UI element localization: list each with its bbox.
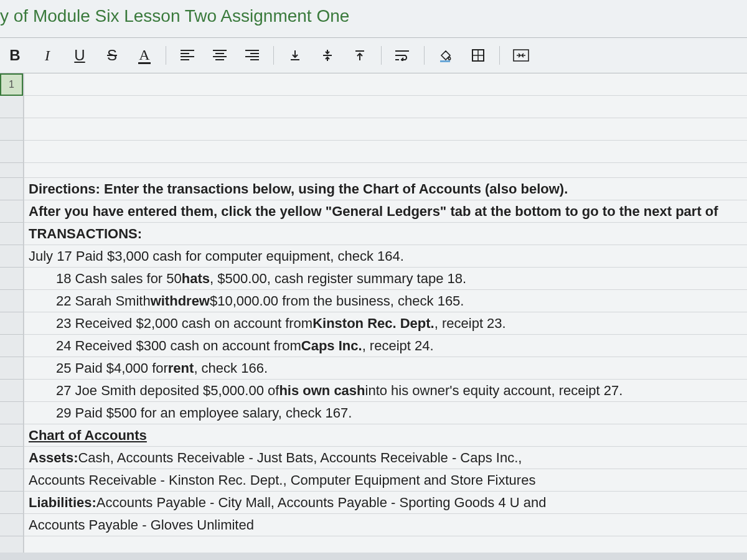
directions-line-2[interactable]: After you have entered them, click the y… <box>24 200 747 223</box>
toolbar-separator <box>424 46 425 65</box>
transaction-jul-17[interactable]: July 17 Paid $3,000 cash for computer eq… <box>24 245 747 268</box>
assets-line-1[interactable]: Assets: Cash, Accounts Receivable - Just… <box>24 447 747 469</box>
align-right-icon <box>245 50 259 61</box>
liabilities-line-1[interactable]: Liabilities: Accounts Payable - City Mal… <box>24 492 747 514</box>
row-header[interactable] <box>0 514 23 536</box>
cell[interactable] <box>24 96 747 118</box>
row-header[interactable] <box>0 312 23 335</box>
row-header[interactable] <box>0 290 23 312</box>
row-header[interactable] <box>0 447 23 469</box>
row-header[interactable] <box>0 118 23 141</box>
transaction-jul-29[interactable]: 29 Paid $500 for an employee salary, che… <box>24 402 747 424</box>
fill-color-button[interactable] <box>431 43 461 68</box>
valign-bottom-button[interactable] <box>280 43 310 68</box>
arrow-up-bar-icon <box>354 49 366 62</box>
align-left-icon <box>181 50 194 61</box>
liabilities-line-2[interactable]: Accounts Payable - Gloves Unlimited <box>24 514 747 536</box>
directions-line-1[interactable]: Directions: Enter the transactions below… <box>24 178 747 200</box>
cells-area[interactable]: Directions: Enter the transactions below… <box>24 73 747 553</box>
underline-button[interactable]: U <box>65 43 95 68</box>
merge-icon <box>513 49 529 62</box>
chart-of-accounts-header[interactable]: Chart of Accounts <box>24 424 747 447</box>
row-header[interactable] <box>0 268 23 290</box>
paint-bucket-icon <box>439 49 453 62</box>
row-header[interactable] <box>0 245 23 268</box>
borders-icon <box>471 49 485 62</box>
cell[interactable] <box>24 141 747 163</box>
transaction-jul-24[interactable]: 24 Received $300 cash on account from Ca… <box>24 335 747 357</box>
svg-rect-0 <box>440 60 450 62</box>
row-header[interactable] <box>0 223 23 245</box>
row-header-selected[interactable]: 1 <box>0 73 23 96</box>
row-header[interactable] <box>0 141 23 163</box>
spreadsheet-grid[interactable]: 1 Directions: Enter the transactions bel… <box>0 73 747 553</box>
wrap-text-icon <box>395 50 410 61</box>
align-right-button[interactable] <box>237 43 267 68</box>
strikethrough-button[interactable]: S <box>97 43 127 68</box>
toolbar-separator <box>499 46 500 65</box>
align-center-icon <box>213 50 227 61</box>
row-header[interactable] <box>0 492 23 514</box>
merge-cells-button[interactable] <box>506 43 536 68</box>
transactions-header[interactable]: TRANSACTIONS: <box>24 223 747 245</box>
borders-button[interactable] <box>463 43 493 68</box>
toolbar-separator <box>273 46 274 65</box>
toolbar-separator <box>166 46 166 65</box>
align-left-button[interactable] <box>172 43 202 68</box>
row-header[interactable] <box>0 424 23 447</box>
row-header[interactable] <box>0 96 23 118</box>
arrow-down-bar-icon <box>289 49 301 62</box>
row-header[interactable] <box>0 335 23 357</box>
italic-button[interactable]: I <box>32 43 62 68</box>
formatting-toolbar: B I U S A <box>0 38 747 73</box>
transaction-jul-25[interactable]: 25 Paid $4,000 for rent, check 166. <box>24 357 747 380</box>
row-header[interactable] <box>0 402 23 424</box>
arrow-center-icon <box>321 49 334 62</box>
align-center-button[interactable] <box>205 43 235 68</box>
row-header[interactable] <box>0 178 23 200</box>
transaction-jul-18[interactable]: 18 Cash sales for 50 hats, $500.00, cash… <box>24 268 747 290</box>
wrap-text-button[interactable] <box>388 43 418 68</box>
valign-top-button[interactable] <box>345 43 375 68</box>
cell[interactable] <box>24 73 747 96</box>
row-header-column: 1 <box>0 73 24 553</box>
valign-middle-button[interactable] <box>312 43 342 68</box>
bold-button[interactable]: B <box>0 43 30 68</box>
transaction-jul-23[interactable]: 23 Received $2,000 cash on account from … <box>24 312 747 335</box>
row-header[interactable] <box>0 380 23 402</box>
font-color-button[interactable]: A <box>129 43 159 68</box>
cell[interactable] <box>24 118 747 141</box>
row-header[interactable] <box>0 469 23 492</box>
document-title: y of Module Six Lesson Two Assignment On… <box>0 0 747 38</box>
assets-line-2[interactable]: Accounts Receivable - Kinston Rec. Dept.… <box>24 469 747 492</box>
row-header[interactable] <box>0 163 23 178</box>
cell[interactable] <box>24 163 747 178</box>
transaction-jul-27[interactable]: 27 Joe Smith deposited $5,000.00 of his … <box>24 380 747 402</box>
toolbar-separator <box>381 46 382 65</box>
transaction-jul-22[interactable]: 22 Sarah Smith withdrew $10,000.00 from … <box>24 290 747 312</box>
row-header[interactable] <box>0 357 23 380</box>
row-header[interactable] <box>0 200 23 223</box>
